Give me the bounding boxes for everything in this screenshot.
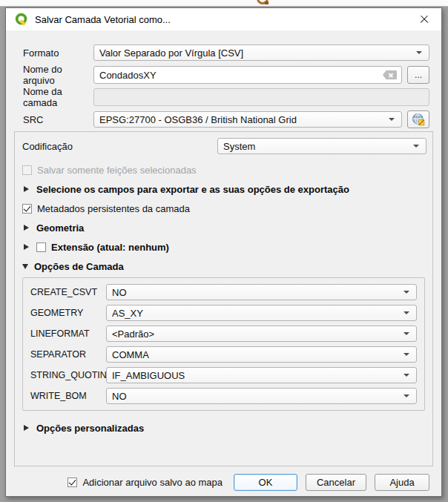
extent-label: Extensão (atual: nenhum) bbox=[51, 242, 169, 253]
geometry-label: Geometria bbox=[36, 222, 84, 234]
persistent-metadata-row[interactable]: Metadados persistentes da camada bbox=[22, 202, 426, 215]
qgis-logo-icon bbox=[15, 13, 29, 27]
option-label: CREATE_CSVT bbox=[30, 287, 102, 297]
crs-label: SRC bbox=[23, 110, 93, 128]
expander-collapsed-icon bbox=[24, 244, 29, 250]
filename-label: Nome do arquivo bbox=[23, 66, 93, 84]
option-label: STRING_QUOTING bbox=[30, 370, 102, 380]
dropdown-arrow-icon bbox=[403, 353, 409, 356]
lineformat-select[interactable]: <Padrão> bbox=[106, 326, 417, 342]
titlebar: Salvar Camada Vetorial como... bbox=[6, 8, 441, 30]
geometry-expander[interactable]: Geometria bbox=[22, 221, 426, 234]
option-label: SEPARATOR bbox=[30, 349, 102, 360]
expander-expanded-icon bbox=[22, 264, 28, 269]
add-to-map-row[interactable]: Adicionar arquivo salvo ao mapa bbox=[67, 477, 223, 488]
ok-button[interactable]: OK bbox=[234, 474, 297, 491]
layername-input bbox=[93, 88, 429, 106]
layer-options-label: Opções de Camada bbox=[34, 261, 124, 272]
dropdown-arrow-icon bbox=[403, 332, 409, 335]
create-csvt-select[interactable]: NO bbox=[106, 284, 417, 300]
geometry-option-select[interactable]: AS_XY bbox=[106, 305, 417, 321]
option-label: GEOMETRY bbox=[30, 308, 102, 318]
dropdown-arrow-icon bbox=[403, 374, 409, 377]
save-vector-layer-dialog: Salvar Camada Vetorial como... Formato V… bbox=[5, 7, 442, 497]
cancel-button[interactable]: Cancelar bbox=[306, 474, 366, 491]
expander-collapsed-icon bbox=[24, 225, 29, 231]
custom-options-expander[interactable]: Opções personalizadas bbox=[22, 421, 426, 435]
globe-pencil-icon bbox=[412, 113, 425, 126]
close-icon[interactable] bbox=[415, 11, 434, 27]
background-window-strip bbox=[0, 0, 448, 7]
format-select[interactable]: Valor Separado por Vírgula [CSV] bbox=[93, 44, 429, 61]
dialog-footer: Adicionar arquivo salvo ao mapa OK Cance… bbox=[6, 474, 429, 491]
format-label: Formato bbox=[23, 44, 93, 62]
dropdown-arrow-icon bbox=[403, 394, 409, 397]
write-bom-select[interactable]: NO bbox=[106, 388, 417, 404]
browse-button[interactable]: ... bbox=[407, 66, 429, 84]
crs-select[interactable]: EPSG:27700 - OSGB36 / British National G… bbox=[93, 111, 402, 128]
dropdown-arrow-icon bbox=[413, 145, 419, 148]
add-to-map-label: Adicionar arquivo salvo ao mapa bbox=[82, 477, 223, 488]
save-selected-only-checkbox bbox=[22, 165, 32, 175]
persistent-metadata-label: Metadados persistentes da camada bbox=[37, 203, 190, 214]
layer-options-box: CREATE_CSVT NO GEOMETRY AS_XY LINEFORMAT… bbox=[22, 277, 425, 411]
option-label: WRITE_BOM bbox=[30, 391, 102, 401]
extent-checkbox[interactable] bbox=[36, 242, 46, 252]
separator-select[interactable]: COMMA bbox=[106, 346, 417, 363]
filename-input[interactable] bbox=[93, 66, 402, 84]
encoding-select[interactable]: System bbox=[217, 138, 426, 154]
custom-options-label: Opções personalizadas bbox=[36, 423, 144, 434]
help-button[interactable]: Ajuda bbox=[375, 474, 429, 491]
layer-options-expander[interactable]: Opções de Camada bbox=[22, 260, 426, 273]
dropdown-arrow-icon bbox=[389, 118, 395, 121]
select-fields-label: Selecione os campos para exportar e as s… bbox=[36, 184, 349, 195]
encoding-label: Codificação bbox=[22, 141, 217, 152]
expander-collapsed-icon bbox=[24, 186, 29, 192]
save-selected-only-row: Salvar somente feições selecionadas bbox=[22, 163, 426, 176]
extent-expander[interactable]: Extensão (atual: nenhum) bbox=[22, 240, 426, 254]
expander-collapsed-icon bbox=[24, 425, 29, 431]
string-quoting-select[interactable]: IF_AMBIGUOUS bbox=[106, 367, 417, 383]
dropdown-arrow-icon bbox=[403, 311, 409, 314]
options-panel: Codificação System Salvar somente feiçõe… bbox=[14, 131, 433, 466]
option-label: LINEFORMAT bbox=[30, 328, 102, 339]
dropdown-arrow-icon bbox=[403, 291, 409, 294]
persistent-metadata-checkbox[interactable] bbox=[22, 204, 32, 214]
main-form: Formato Valor Separado por Vírgula [CSV]… bbox=[23, 44, 429, 128]
save-selected-only-label: Salvar somente feições selecionadas bbox=[37, 165, 197, 176]
background-artifact bbox=[257, 0, 269, 4]
dropdown-arrow-icon bbox=[416, 51, 422, 54]
layername-label: Nome da camada bbox=[23, 88, 93, 106]
add-to-map-checkbox[interactable] bbox=[67, 478, 77, 487]
crs-picker-button[interactable] bbox=[407, 110, 429, 128]
dialog-title: Salvar Camada Vetorial como... bbox=[35, 14, 415, 25]
select-fields-expander[interactable]: Selecione os campos para exportar e as s… bbox=[22, 182, 426, 196]
